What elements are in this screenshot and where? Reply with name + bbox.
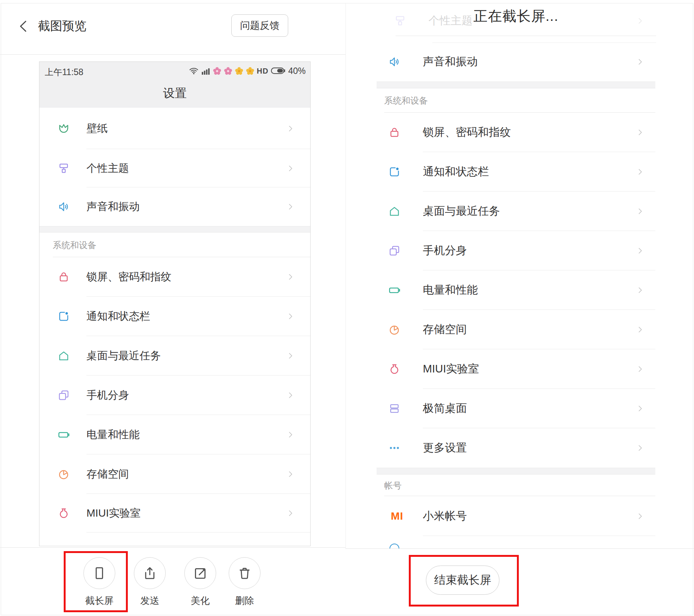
theme-icon bbox=[57, 162, 70, 175]
lock-icon bbox=[388, 126, 401, 139]
feedback-button[interactable]: 问题反馈 bbox=[231, 14, 288, 37]
chevron-right-icon bbox=[636, 404, 645, 413]
pink-flower-icon bbox=[213, 67, 221, 75]
battery-status-icon bbox=[271, 67, 286, 75]
chevron-right-icon bbox=[286, 164, 295, 173]
chevron-right-icon bbox=[636, 512, 645, 521]
settings-item-notifications[interactable]: 通知和状态栏 bbox=[39, 297, 310, 336]
preview-header: 截图预览 问题反馈 bbox=[0, 0, 345, 55]
section-band bbox=[39, 226, 310, 233]
chevron-right-icon bbox=[286, 312, 295, 321]
settings-item-lockscreen[interactable]: 锁屏、密码和指纹 bbox=[39, 257, 310, 297]
notification-icon bbox=[57, 310, 70, 323]
delete-icon bbox=[237, 566, 252, 581]
captured-statusbar-title: 上午11:58 bbox=[39, 62, 310, 108]
yellow-flower-icon bbox=[235, 67, 243, 75]
chevron-right-icon bbox=[286, 509, 295, 518]
status-time: 上午11:58 bbox=[45, 66, 83, 78]
signal-icon bbox=[201, 66, 210, 76]
lite-desktop-icon bbox=[388, 402, 401, 415]
settings-item-sound[interactable]: 声音和振动 bbox=[39, 187, 310, 226]
settings-item-battery[interactable]: 电量和性能 bbox=[39, 415, 310, 454]
scrolling-capture-page: 个性主题 正在截长屏... 声音和振动 系统和设备 锁屏、密码和指纹 bbox=[345, 0, 694, 616]
section-system-device: 系统和设备 bbox=[377, 88, 655, 113]
page-divider bbox=[345, 3, 346, 615]
wifi-icon bbox=[189, 66, 199, 76]
send-icon bbox=[142, 566, 157, 581]
settings-item-sound[interactable]: 声音和振动 bbox=[377, 42, 655, 82]
settings-item-homescreen[interactable]: 桌面与最近任务 bbox=[377, 192, 655, 231]
clone-icon bbox=[57, 389, 70, 402]
send-button[interactable] bbox=[134, 557, 166, 589]
chevron-right-icon bbox=[636, 246, 645, 255]
settings-item-battery[interactable]: 电量和性能 bbox=[377, 270, 655, 310]
settings-item-theme[interactable]: 个性主题 bbox=[39, 149, 310, 187]
settings-screen-title: 设置 bbox=[39, 85, 310, 101]
settings-item-miui-lab[interactable]: MIUI实验室 bbox=[377, 349, 655, 389]
settings-item-notifications[interactable]: 通知和状态栏 bbox=[377, 152, 655, 192]
chevron-right-icon bbox=[636, 57, 645, 66]
chevron-right-icon bbox=[286, 430, 295, 439]
section-band bbox=[377, 82, 655, 88]
chevron-right-icon bbox=[286, 391, 295, 400]
section-system-device: 系统和设备 bbox=[39, 233, 310, 257]
home-icon bbox=[388, 205, 401, 218]
hd-label: HD bbox=[257, 67, 268, 75]
chevron-right-icon bbox=[636, 207, 645, 216]
chevron-right-icon bbox=[286, 124, 295, 133]
section-account: 帐号 bbox=[377, 475, 655, 496]
chevron-right-icon bbox=[636, 286, 645, 295]
section-band bbox=[377, 468, 655, 475]
capture-bottom-bar: 结束截长屏 bbox=[345, 548, 694, 616]
home-icon bbox=[57, 349, 70, 362]
chevron-right-icon bbox=[636, 443, 645, 453]
mi-logo-icon: MI bbox=[388, 510, 406, 523]
notification-icon bbox=[388, 165, 401, 178]
settings-item-lite-desktop[interactable]: 极简桌面 bbox=[377, 389, 655, 428]
more-settings-icon bbox=[388, 442, 401, 454]
wallpaper-icon bbox=[57, 122, 70, 135]
delete-button[interactable] bbox=[229, 557, 261, 589]
settings-item-miui-lab[interactable]: MIUI实验室 bbox=[39, 494, 310, 533]
lab-icon bbox=[388, 363, 401, 376]
settings-item-partial bbox=[377, 536, 655, 549]
end-capture-button[interactable]: 结束截长屏 bbox=[426, 566, 499, 595]
chevron-right-icon bbox=[286, 202, 295, 211]
settings-item-lockscreen[interactable]: 锁屏、密码和指纹 bbox=[377, 113, 655, 152]
screenshot-composite: 截图预览 问题反馈 上午11:58 bbox=[0, 0, 694, 616]
battery-percent: 40% bbox=[288, 66, 306, 76]
lab-icon bbox=[57, 507, 70, 520]
settings-item-homescreen[interactable]: 桌面与最近任务 bbox=[39, 336, 310, 376]
capture-progress-title: 正在截长屏... bbox=[377, 7, 655, 26]
send-label: 发送 bbox=[125, 594, 174, 607]
sync-icon bbox=[389, 544, 399, 549]
page-title: 截图预览 bbox=[38, 18, 86, 35]
settings-item-wallpaper[interactable]: 壁纸 bbox=[39, 108, 310, 149]
storage-icon bbox=[388, 323, 401, 336]
battery-icon bbox=[57, 428, 70, 441]
storage-icon bbox=[57, 468, 70, 481]
clone-icon bbox=[388, 244, 401, 257]
chevron-right-icon bbox=[636, 325, 645, 334]
preview-action-bar: 截长屏 发送 美化 删除 bbox=[0, 547, 345, 616]
settings-item-storage[interactable]: 存储空间 bbox=[39, 454, 310, 494]
screenshot-preview-card[interactable]: 上午11:58 bbox=[39, 61, 311, 546]
chevron-right-icon bbox=[636, 167, 645, 176]
divider bbox=[86, 532, 310, 533]
beautify-button[interactable] bbox=[184, 557, 216, 589]
back-icon[interactable] bbox=[17, 19, 31, 33]
chevron-right-icon bbox=[286, 351, 295, 360]
yellow-flower-icon bbox=[246, 67, 254, 75]
lock-icon bbox=[57, 270, 70, 283]
settings-item-second-space[interactable]: 手机分身 bbox=[377, 231, 655, 270]
status-icons: HD 40% bbox=[189, 65, 306, 77]
settings-item-mi-account[interactable]: MI 小米帐号 bbox=[377, 496, 655, 536]
pink-flower-icon bbox=[224, 67, 232, 75]
battery-icon bbox=[388, 284, 401, 297]
chevron-right-icon bbox=[636, 365, 645, 374]
highlight-box bbox=[64, 551, 128, 612]
settings-item-second-space[interactable]: 手机分身 bbox=[39, 376, 310, 415]
screenshot-preview-page: 截图预览 问题反馈 上午11:58 bbox=[0, 0, 345, 616]
settings-item-storage[interactable]: 存储空间 bbox=[377, 310, 655, 349]
settings-item-more-settings[interactable]: 更多设置 bbox=[377, 428, 655, 468]
